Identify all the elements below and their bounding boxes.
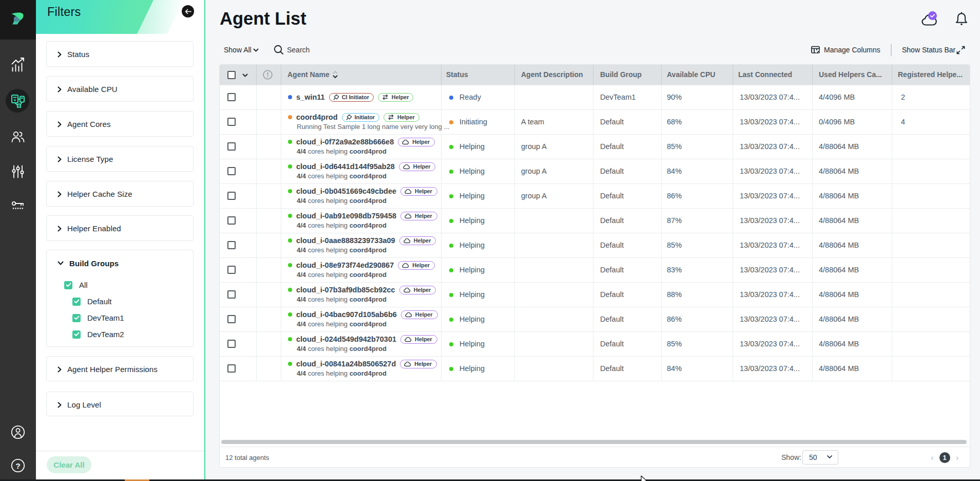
svg-text:?: ? bbox=[15, 461, 20, 470]
